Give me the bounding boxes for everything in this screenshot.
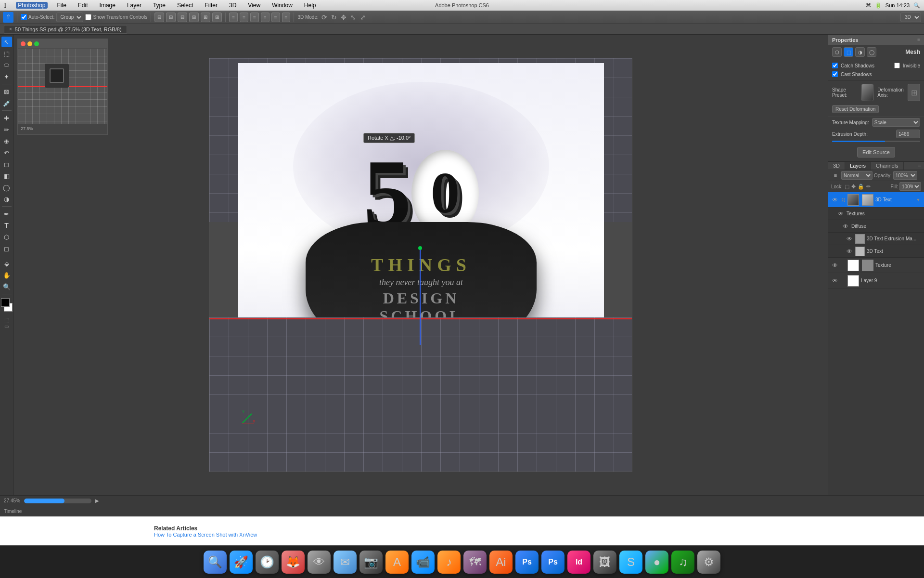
menu-window[interactable]: Window <box>270 2 295 9</box>
magic-wand-tool[interactable]: ✦ <box>1 71 12 82</box>
main-canvas[interactable]: 5 0 THINGS they never taught you at DESI… <box>209 58 632 472</box>
rotate-3d-icon[interactable]: ⟳ <box>321 13 328 21</box>
lock-extra-icon[interactable]: ✏ <box>866 184 871 190</box>
dock-launchpad[interactable]: 🚀 <box>230 551 253 574</box>
dock-ps[interactable]: Ps <box>515 551 539 574</box>
distribute-btn-3[interactable]: ≡ <box>250 13 259 22</box>
menu-edit[interactable]: Edit <box>76 2 90 9</box>
marquee-tool[interactable]: ⬚ <box>1 48 12 59</box>
prop-deform-icon-btn[interactable]: ◑ <box>855 47 865 57</box>
progress-arrow[interactable]: ▶ <box>95 498 99 503</box>
layer-expand-3d-text[interactable]: ▼ <box>915 197 921 203</box>
distribute-btn-2[interactable]: ≡ <box>240 13 248 22</box>
menu-view[interactable]: View <box>246 2 262 9</box>
layer-visibility-texture[interactable]: 👁 <box>831 262 839 269</box>
cast-shadows-checkbox[interactable] <box>832 71 838 77</box>
dock-adobe-ai[interactable]: Ai <box>489 551 513 574</box>
tab-channels[interactable]: Channels <box>871 162 903 170</box>
distribute-btn-1[interactable]: ≡ <box>229 13 238 22</box>
dock-ps2[interactable]: Ps <box>541 551 565 574</box>
dock-misc[interactable]: ⚙ <box>697 551 720 574</box>
menu-filter[interactable]: Filter <box>203 2 219 9</box>
blend-mode-select[interactable]: Normal Multiply <box>841 171 873 180</box>
dock-finder[interactable]: 🔍 <box>204 551 227 574</box>
extrusion-slider[interactable] <box>832 141 920 142</box>
lock-pixels-icon[interactable]: ⬚ <box>845 184 849 190</box>
lock-position-icon[interactable]: ✥ <box>851 184 856 190</box>
doc-tab-close[interactable]: × <box>9 26 12 32</box>
align-center-h-btn[interactable]: ⊟ <box>166 13 176 22</box>
search-icon[interactable]: 🔍 <box>913 2 920 9</box>
hand-tool[interactable]: ✋ <box>1 270 12 280</box>
tab-layers[interactable]: Layers <box>845 162 871 170</box>
layer-sub-textures[interactable]: 👁 Textures <box>828 208 924 220</box>
transform-controls-checkbox[interactable] <box>85 14 91 20</box>
clone-stamp-tool[interactable]: ⊕ <box>1 136 12 146</box>
menu-file[interactable]: File <box>55 2 68 9</box>
dock-itunes[interactable]: ♪ <box>437 551 461 574</box>
navigator-maximize-btn[interactable] <box>34 41 39 46</box>
texture-mapping-select[interactable]: Scale Tile <box>872 118 920 127</box>
align-center-v-btn[interactable]: ⊞ <box>201 13 210 22</box>
shape-preset-thumb[interactable] <box>861 84 874 101</box>
layer-sub-diffuse[interactable]: 👁 Diffuse <box>828 220 924 233</box>
edit-source-btn[interactable]: Edit Source <box>857 147 895 158</box>
distribute-btn-5[interactable]: ≡ <box>271 13 280 22</box>
roll-3d-icon[interactable]: ↻ <box>330 13 338 21</box>
align-right-btn[interactable]: ⊟ <box>178 13 187 22</box>
layer-vis-diffuse[interactable]: 👁 <box>842 223 849 230</box>
deformation-axis-thumb[interactable]: ⊞ <box>908 84 920 101</box>
gradient-tool[interactable]: ◧ <box>1 171 12 181</box>
dock-facetime[interactable]: 📹 <box>411 551 435 574</box>
distribute-btn-4[interactable]: ≡ <box>261 13 270 22</box>
3d-tool[interactable]: ⬙ <box>1 258 12 269</box>
slide-3d-icon[interactable]: ⤡ <box>349 13 357 21</box>
layer-item-3d-text[interactable]: 👁 ⛓ 3D Text ▼ <box>828 192 924 208</box>
opacity-select[interactable]: 100% <box>893 171 917 180</box>
dock-skype[interactable]: S <box>619 551 642 574</box>
dock-preview[interactable]: 👁 <box>308 551 331 574</box>
pen-tool[interactable]: ✒ <box>1 209 12 219</box>
navigator-minimize-btn[interactable] <box>27 41 32 46</box>
catch-shadows-checkbox[interactable] <box>832 63 838 68</box>
screen-mode-btn[interactable]: ▭ <box>4 324 9 329</box>
distribute-btn-6[interactable]: ≡ <box>282 13 291 22</box>
dock-id[interactable]: Id <box>567 551 590 574</box>
path-tool[interactable]: ⬡ <box>1 232 12 242</box>
3d-mode-select[interactable]: 3D <box>900 13 921 22</box>
properties-panel-collapse[interactable]: ≡ <box>917 37 920 42</box>
dock-clock[interactable]: 🕑 <box>256 551 279 574</box>
blur-tool[interactable]: ◯ <box>1 182 12 193</box>
drag-3d-icon[interactable]: ✥ <box>340 13 347 21</box>
lock-all-icon[interactable]: 🔒 <box>858 184 864 190</box>
healing-brush-tool[interactable]: ✚ <box>1 113 12 123</box>
dock-mail[interactable]: ✉ <box>334 551 357 574</box>
prop-mesh-icon-btn[interactable]: ⬚ <box>844 47 853 57</box>
dodge-tool[interactable]: ◑ <box>1 194 12 204</box>
dock-maps[interactable]: 🗺 <box>463 551 487 574</box>
menu-type[interactable]: Type <box>151 2 167 9</box>
lasso-tool[interactable]: ⬭ <box>1 60 12 70</box>
layer-item-texture[interactable]: 👁 Texture <box>828 258 924 273</box>
extrusion-depth-input[interactable] <box>896 130 920 138</box>
history-brush-tool[interactable]: ↶ <box>1 147 12 158</box>
align-left-btn[interactable]: ⊟ <box>154 13 164 22</box>
apple-logo-icon[interactable]:  <box>4 1 6 9</box>
prop-scene-icon-btn[interactable]: ⬡ <box>832 47 842 57</box>
layer-vis-extrusion[interactable]: 👁 <box>846 235 853 243</box>
align-top-btn[interactable]: ⊞ <box>189 13 199 22</box>
auto-select-checkbox[interactable] <box>21 14 27 20</box>
crop-tool[interactable]: ⊠ <box>1 86 12 97</box>
fill-select[interactable]: 100% <box>899 182 921 191</box>
invisible-checkbox[interactable] <box>894 63 900 68</box>
reset-deformation-btn[interactable]: Reset Deformation <box>832 105 879 113</box>
foreground-color[interactable] <box>1 298 10 307</box>
dock-chrome[interactable]: ● <box>645 551 668 574</box>
menu-select[interactable]: Select <box>175 2 195 9</box>
scale-3d-icon[interactable]: ⤢ <box>359 13 367 21</box>
doc-tab-item[interactable]: × 50 Things SS.psd @ 27.5% (3D Text, RGB… <box>4 25 127 34</box>
navigator-close-btn[interactable] <box>21 41 26 46</box>
prop-cap-icon-btn[interactable]: ◯ <box>867 47 876 57</box>
canvas-area[interactable]: 27.5% 5 0 <box>13 35 828 495</box>
layers-panel-menu[interactable]: ≡ <box>915 162 924 170</box>
